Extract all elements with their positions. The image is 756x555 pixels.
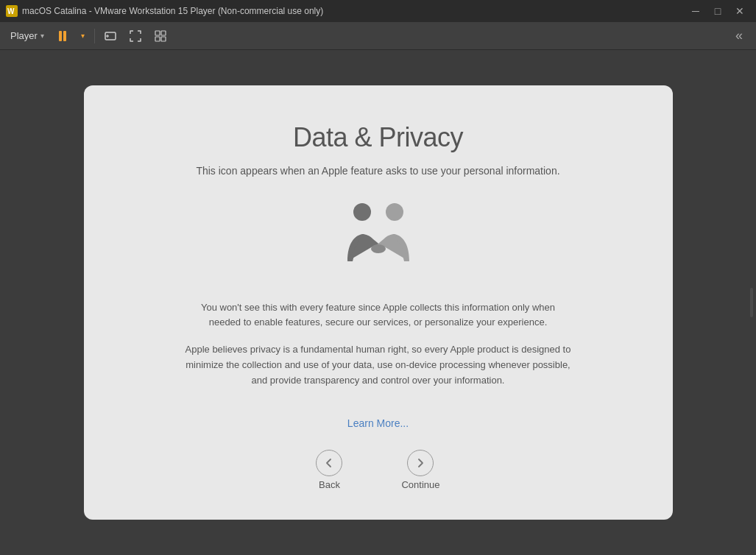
toolbar-right: « [728, 25, 750, 47]
player-label: Player [10, 30, 38, 41]
unity-button[interactable] [149, 25, 172, 47]
minimize-button[interactable]: ─ [685, 1, 706, 21]
dialog-body-text2: Apple believes privacy is a fundamental … [180, 342, 577, 388]
send-ctrlaltdel-button[interactable] [99, 25, 121, 47]
pause-bar-left [59, 31, 62, 41]
dialog-body-text1: You won't see this with every feature si… [187, 300, 570, 331]
dialog-title: Data & Privacy [293, 122, 463, 153]
nav-buttons: Back Continue [316, 450, 439, 490]
unity-icon [154, 29, 167, 43]
toolbar-separator-1 [94, 29, 95, 43]
svg-rect-8 [161, 37, 166, 41]
fullscreen-icon [129, 29, 142, 43]
back-label: Back [319, 479, 340, 490]
continue-arrow-icon [414, 457, 426, 469]
continue-circle [407, 450, 434, 476]
svg-point-9 [353, 203, 371, 221]
rewind-button[interactable]: « [728, 25, 750, 47]
handshake-icon [319, 199, 437, 280]
player-menu-button[interactable]: Player ▾ [6, 27, 49, 44]
svg-point-11 [371, 244, 386, 253]
close-button[interactable]: ✕ [729, 1, 750, 21]
privacy-icon-area [319, 199, 437, 280]
title-bar-left: W macOS Catalina - VMware Workstation 15… [6, 5, 323, 17]
svg-rect-5 [155, 31, 160, 35]
back-button[interactable]: Back [316, 450, 342, 490]
svg-rect-6 [161, 31, 166, 35]
svg-point-10 [386, 203, 403, 221]
main-area: Data & Privacy This icon appears when an… [0, 50, 756, 555]
continue-button[interactable]: Continue [401, 450, 439, 490]
vmware-icon: W [6, 5, 18, 17]
pause-bar-right [63, 31, 66, 41]
title-bar-controls: ─ □ ✕ [685, 1, 750, 21]
continue-label: Continue [401, 479, 439, 490]
fullscreen-button[interactable] [124, 25, 146, 47]
pause-dropdown-button[interactable]: ▾ [77, 25, 90, 47]
maximize-button[interactable]: □ [707, 1, 728, 21]
scrollbar-hint [750, 288, 753, 317]
ctrlaltdel-icon [104, 29, 117, 43]
pause-button[interactable] [52, 25, 74, 47]
window-title: macOS Catalina - VMware Workstation 15 P… [22, 6, 323, 16]
title-bar: W macOS Catalina - VMware Workstation 15… [0, 0, 756, 22]
toolbar: Player ▾ ▾ [0, 22, 756, 50]
dialog-subtitle: This icon appears when an Apple feature … [196, 165, 559, 177]
learn-more-link[interactable]: Learn More... [347, 417, 409, 429]
back-circle [316, 450, 342, 476]
player-chevron-icon: ▾ [40, 32, 44, 40]
svg-text:W: W [7, 7, 15, 15]
pause-icon [59, 31, 66, 41]
dialog-card: Data & Privacy This icon appears when an… [84, 85, 673, 520]
svg-rect-7 [155, 37, 160, 41]
back-arrow-icon [323, 457, 335, 469]
